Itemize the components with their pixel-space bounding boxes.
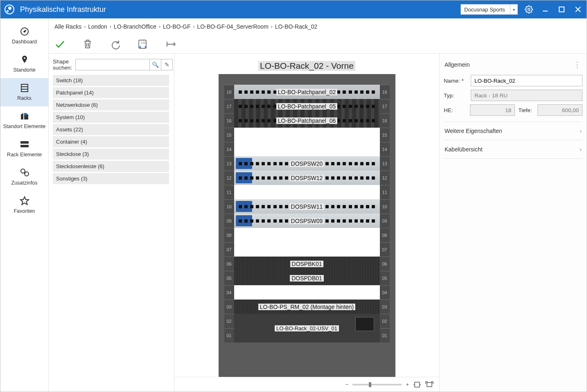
device-label: DOSPBK01 (290, 261, 324, 267)
shape-row[interactable]: Container (4) (53, 136, 169, 147)
shape-row[interactable]: Netzwerkdose (6) (53, 99, 169, 110)
search-icon[interactable]: 🔍 (149, 59, 161, 70)
rack-unit-ups[interactable]: 0201LO-BO-Rack_02-USV_010201 (224, 314, 390, 342)
ru-slot[interactable] (234, 128, 380, 142)
ru-slot[interactable]: DOSPSW20 (234, 156, 380, 171)
ru-slot[interactable]: DOSPDB01 (234, 271, 380, 285)
rack-canvas[interactable]: LO-BO-Rack_02 - Vorne 18LO-BO-Patchpanel… (174, 54, 439, 377)
shape-search-input[interactable] (76, 59, 149, 70)
nav-standorte[interactable]: Standorte (0, 50, 48, 78)
rack-unit[interactable]: 18LO-BO-Patchpanel_0218 (224, 85, 390, 99)
crumb-5[interactable]: LO-BO-Rack_02 (275, 23, 317, 30)
nav-racks[interactable]: Racks (0, 78, 48, 106)
rack-unit[interactable]: 0808 (224, 228, 390, 242)
minimize-icon[interactable] (541, 5, 550, 14)
zoom-in-icon[interactable]: + (406, 381, 409, 387)
maximize-icon[interactable] (557, 5, 566, 14)
profile-selector[interactable]: Docusnap Sports ▾ (461, 4, 518, 15)
accordion-more-props[interactable]: Weitere Eigenschaften › (444, 122, 582, 140)
ru-slot[interactable]: LO-BO-Patchpanel_06 (234, 113, 380, 128)
shape-row[interactable]: Sonstiges (3) (53, 173, 169, 184)
fit-screen-icon[interactable] (425, 381, 433, 388)
ru-number-right: 07 (380, 242, 390, 257)
crumb-4[interactable]: LO-BO-GF-04_ServerRoom (197, 23, 269, 30)
refresh-button[interactable] (108, 37, 122, 51)
rack-unit[interactable]: 16LO-BO-Patchpanel_0616 (224, 113, 390, 128)
fit-width-icon[interactable] (413, 381, 421, 388)
rack-unit[interactable]: 1111 (224, 185, 390, 199)
rack-unit[interactable]: 13DOSPSW2013 (224, 156, 390, 171)
ru-slot[interactable]: LO-BO-PS_RM_02 (Montage hinten) (234, 300, 380, 314)
shape-row[interactable]: Patchpanel (14) (53, 87, 169, 98)
shape-panel: Shape suchen: 🔍 ✎ Switch (18) Patchpanel… (49, 54, 174, 392)
nav-standort-elemente[interactable]: Standort Elemente (0, 106, 48, 135)
rack-unit[interactable]: 0404 (224, 285, 390, 300)
zoom-slider[interactable] (352, 384, 402, 385)
nav-zusatzinfos[interactable]: Zusatzinfos (0, 163, 48, 191)
crumb-root[interactable]: Alle Racks (54, 23, 81, 30)
ru-slot[interactable]: LO-BO-Rack_02-USV_01 (234, 314, 380, 342)
edit-icon[interactable]: ✎ (161, 59, 172, 70)
expand-button[interactable] (164, 37, 178, 51)
rack-unit[interactable]: 03LO-BO-PS_RM_02 (Montage hinten)03 (224, 300, 390, 314)
nav-dashboard[interactable]: Dashboard (0, 22, 48, 50)
name-field[interactable] (471, 75, 582, 86)
zoom-out-icon[interactable]: − (345, 381, 349, 387)
breadcrumb: Alle Racks› London› LO-BranchOffice› LO-… (49, 18, 587, 35)
crumb-3[interactable]: LO-BO-GF (163, 23, 191, 30)
server-icon (2, 139, 47, 150)
ru-slot[interactable]: DOSPSW11 (234, 199, 380, 214)
device-label: LO-BO-Patchpanel_02 (276, 89, 338, 95)
device-label: LO-BO-Patchpanel_06 (276, 117, 338, 124)
building-icon (2, 110, 47, 122)
ru-slot[interactable]: DOSPBK01 (234, 257, 380, 271)
accordion-cable-overview[interactable]: Kabelübersicht › (444, 140, 582, 159)
type-label: Typ: (444, 92, 467, 99)
ru-slot[interactable] (234, 185, 380, 199)
ru-number-left: 0201 (224, 314, 234, 342)
rack-unit[interactable]: 12DOSPSW1212 (224, 171, 390, 185)
nav-rack-elemente[interactable]: Rack Elemente (0, 135, 48, 163)
crumb-1[interactable]: London (88, 23, 107, 30)
ru-number-right: 04 (380, 285, 390, 300)
shape-row[interactable]: Steckdosenleiste (6) (53, 161, 169, 172)
info-icon (2, 167, 47, 178)
ru-number-left: 04 (224, 285, 234, 300)
shape-row[interactable]: Steckdose (3) (53, 149, 169, 160)
ru-slot[interactable] (234, 228, 380, 242)
panel-menu-icon[interactable]: ⋮ (573, 60, 582, 69)
shape-row[interactable]: Switch (18) (53, 75, 169, 86)
rack-unit[interactable]: 10DOSPSW1110 (224, 199, 390, 214)
shape-row[interactable]: System (10) (53, 112, 169, 123)
ru-slot[interactable] (234, 242, 380, 257)
app-title: Physikalische Infrastruktur (20, 5, 461, 14)
ru-number-right: 13 (380, 156, 390, 171)
ru-slot[interactable]: DOSPSW09 (234, 214, 380, 228)
ru-number-right: 11 (380, 185, 390, 199)
ru-slot[interactable] (234, 142, 380, 156)
ru-slot[interactable]: LO-BO-Patchpanel_05 (234, 99, 380, 113)
rack-unit[interactable]: 05DOSPDB0105 (224, 271, 390, 285)
profile-dropdown-icon[interactable]: ▾ (510, 5, 517, 14)
rack-unit[interactable]: 1515 (224, 128, 390, 142)
crumb-2[interactable]: LO-BranchOffice (114, 23, 156, 30)
rack-unit[interactable]: 1414 (224, 142, 390, 156)
nav-favoriten[interactable]: Favoriten (0, 191, 48, 219)
ru-slot[interactable] (234, 285, 380, 300)
ru-number-right: 18 (380, 85, 390, 99)
rack-unit[interactable]: 06DOSPBK0106 (224, 257, 390, 271)
save-button[interactable] (53, 37, 67, 51)
ru-slot[interactable]: DOSPSW12 (234, 171, 380, 185)
rack-title: LO-BO-Rack_02 - Vorne (258, 61, 355, 71)
export-csv-button[interactable]: CSV (136, 37, 150, 51)
rack-unit[interactable]: 17LO-BO-Patchpanel_0517 (224, 99, 390, 113)
rack-unit[interactable]: 0707 (224, 242, 390, 257)
close-icon[interactable] (573, 5, 582, 14)
shape-row[interactable]: Assets (22) (53, 124, 169, 135)
device-label: LO-BO-Patchpanel_05 (276, 103, 338, 110)
rack-unit[interactable]: 09DOSPSW0909 (224, 214, 390, 228)
gear-icon[interactable] (524, 5, 533, 14)
chevron-right-icon: › (271, 24, 273, 29)
delete-button[interactable] (81, 37, 95, 51)
ru-slot[interactable]: LO-BO-Patchpanel_02 (234, 85, 380, 99)
